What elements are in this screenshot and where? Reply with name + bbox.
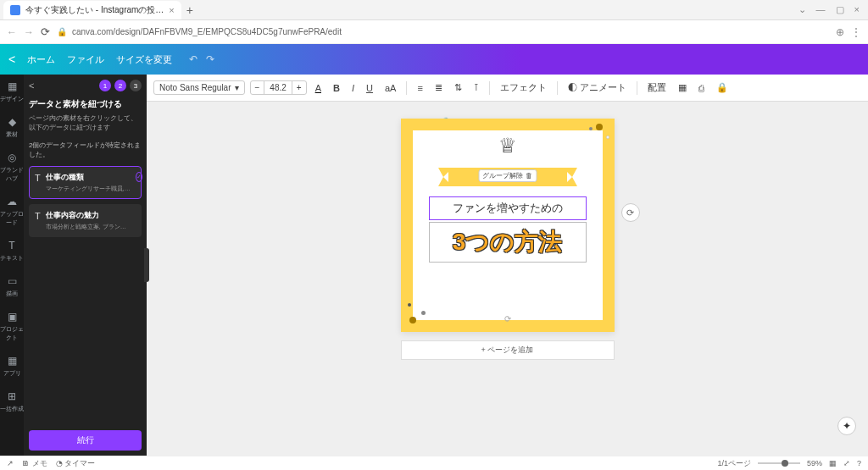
rail-draw[interactable]: ▭描画 <box>5 274 19 298</box>
close-icon[interactable]: × <box>169 5 174 15</box>
decor-dot <box>596 124 603 130</box>
italic-icon[interactable]: I <box>348 81 358 95</box>
rail-elements[interactable]: ◆素材 <box>5 115 19 139</box>
font-size-stepper[interactable]: − 48.2 + <box>250 80 307 95</box>
text-icon: T <box>35 173 41 183</box>
minimize-icon[interactable]: — <box>816 4 826 15</box>
zoom-value[interactable]: 59% <box>807 459 822 467</box>
rail-apps[interactable]: ▦アプリ <box>3 354 21 378</box>
size-plus[interactable]: + <box>292 81 306 94</box>
timer-button[interactable]: ◔ タイマー <box>56 458 96 469</box>
shapes-icon: ◆ <box>5 115 19 129</box>
lock-icon[interactable]: 🔒 <box>713 80 732 95</box>
search-icon[interactable]: ⊕ <box>836 26 844 38</box>
undo-icon[interactable]: ↶ <box>189 53 198 65</box>
rail-brand[interactable]: ◎ブランドハブ <box>0 151 24 183</box>
panel-desc: ページ内の素材を右クリックして、以下のデータに紐づけます <box>29 113 142 132</box>
bold-icon[interactable]: B <box>330 81 343 95</box>
redo-icon[interactable]: ↷ <box>206 53 214 65</box>
rail-design[interactable]: ▦デザイン <box>0 80 24 103</box>
forward-icon[interactable]: → <box>24 26 34 38</box>
left-rail: ▦デザイン ◆素材 ◎ブランドハブ ☁アップロード Tテキスト ▭描画 ▣プロジ… <box>0 75 24 456</box>
design-page[interactable]: ♕ {仕事の種類} グループ解除🗑 ファンを増やすための 3つの方法 ⟳ ⟳ <box>401 119 615 332</box>
crown-icon[interactable]: ♕ <box>498 134 517 158</box>
check-icon: ✓ <box>136 172 142 182</box>
text-color-icon[interactable]: A <box>312 81 325 95</box>
tab-title: 今すぐ実践したい - Instagramの投… <box>25 4 164 16</box>
step-2[interactable]: 2 <box>114 80 126 91</box>
close-window-icon[interactable]: × <box>854 4 860 15</box>
list-icon[interactable]: ≣ <box>431 80 446 95</box>
menu-icon[interactable]: ⋮ <box>851 26 861 38</box>
field-1-title: 仕事の種類 <box>46 172 131 183</box>
zoom-slider[interactable] <box>758 462 800 464</box>
font-size-value[interactable]: 48.2 <box>264 81 292 94</box>
trash-icon[interactable]: 🗑 <box>526 172 532 180</box>
notes-button[interactable]: 🗎 メモ <box>22 458 47 469</box>
size-minus[interactable]: − <box>251 81 264 94</box>
fullscreen-icon[interactable]: ⤢ <box>843 459 850 467</box>
field-2-title: 仕事内容の魅力 <box>46 210 131 221</box>
data-field-1[interactable]: T 仕事の種類 マーケティングリサーチ職員, ブランドマネージャー, デ… ✓ <box>29 166 142 199</box>
decor-dot <box>589 127 593 130</box>
rail-upload[interactable]: ☁アップロード <box>0 195 24 227</box>
transparency-icon[interactable]: ▦ <box>675 80 690 95</box>
add-page-button[interactable]: + ページを追加 <box>401 340 615 360</box>
decor-dot <box>421 311 426 315</box>
step-indicator: 1 2 3 <box>99 80 142 91</box>
status-bar: ↗ 🗎 メモ ◔ タイマー 1/1ページ 59% ▦ ⤢ ? <box>0 456 868 470</box>
upload-icon: ☁ <box>5 195 19 208</box>
page-counter[interactable]: 1/1ページ <box>717 458 751 469</box>
browser-titlebar: 今すぐ実践したい - Instagramの投… × + ⌄ — ▢ × <box>0 0 868 20</box>
effects-button[interactable]: エフェクト <box>497 80 550 96</box>
data-field-2[interactable]: T 仕事内容の魅力 市場分析と戦略立案, ブランド価値の向上, オンライン広… <box>29 204 142 237</box>
font-name: Noto Sans Regular <box>159 83 231 92</box>
animate-button[interactable]: ◐ アニメート <box>565 80 630 96</box>
bulk-icon: ⊞ <box>5 390 19 403</box>
browser-tab[interactable]: 今すぐ実践したい - Instagramの投… × <box>3 1 181 19</box>
selected-text-line1[interactable]: ファンを増やすための <box>429 196 587 220</box>
position-button[interactable]: 配置 <box>644 80 670 96</box>
url-field[interactable]: 🔒 canva.com/design/DAFnFBVM9_E/EMPQCS8u4… <box>57 27 829 36</box>
underline-icon[interactable]: U <box>363 81 376 95</box>
panel-toggle-icon[interactable]: ↗ <box>7 459 14 467</box>
link-data-icon[interactable]: ⎙ <box>695 81 708 95</box>
sidebar-panel: < 1 2 3 データと素材を紐づける ページ内の素材を右クリックして、以下のデ… <box>24 75 147 456</box>
window-dropdown-icon[interactable]: ⌄ <box>798 4 806 15</box>
case-icon[interactable]: aA <box>381 81 399 95</box>
panel-status: 2個のデータフィールドが特定されました。 <box>29 141 142 159</box>
step-3[interactable]: 3 <box>130 80 142 91</box>
continue-button[interactable]: 続行 <box>29 430 142 451</box>
align-icon[interactable]: ≡ <box>414 81 426 95</box>
panel-back-icon[interactable]: < <box>29 80 34 91</box>
canvas-viewport[interactable]: 🔒 ⎘ ⤢ ♕ {仕事の種類} グループ解除🗑 ファンを増やすための <box>147 102 868 456</box>
rail-projects[interactable]: ▣プロジェクト <box>0 310 24 342</box>
resize-menu[interactable]: サイズを変更 <box>116 53 172 66</box>
reload-icon[interactable]: ⟳ <box>41 25 50 38</box>
nav-back-icon[interactable]: < <box>8 53 15 66</box>
address-bar: ← → ⟳ 🔒 canva.com/design/DAFnFBVM9_E/EMP… <box>0 20 868 44</box>
rail-text[interactable]: Tテキスト <box>0 239 24 263</box>
home-link[interactable]: ホーム <box>27 53 55 66</box>
lock-icon: 🔒 <box>57 27 67 36</box>
rail-bulk[interactable]: ⊞一括作成 <box>0 390 24 413</box>
group-ungroup-label[interactable]: グループ解除🗑 <box>478 169 537 182</box>
canvas-area: Noto Sans Regular ▾ − 48.2 + A B I U aA … <box>147 75 868 456</box>
field-1-desc: マーケティングリサーチ職員, ブランドマネージャー, デ… <box>46 185 131 193</box>
help-icon[interactable]: ? <box>857 459 861 467</box>
file-menu[interactable]: ファイル <box>67 53 104 66</box>
vertical-text-icon[interactable]: ⊺ <box>470 80 482 95</box>
grid-view-icon[interactable]: ▦ <box>829 459 837 467</box>
help-button[interactable]: ✦ <box>837 417 856 435</box>
new-tab-button[interactable]: + <box>186 3 193 17</box>
zoom-thumb[interactable] <box>782 460 788 467</box>
spacing-icon[interactable]: ⇅ <box>451 80 465 95</box>
url-text: canva.com/design/DAFnFBVM9_E/EMPQCS8u4DC… <box>72 27 342 36</box>
headline-text[interactable]: 3つの方法 <box>429 222 587 263</box>
step-1[interactable]: 1 <box>99 80 111 91</box>
font-select[interactable]: Noto Sans Regular ▾ <box>153 80 245 95</box>
app-topbar: < ホーム ファイル サイズを変更 ↶ ↷ <box>0 44 868 75</box>
back-icon[interactable]: ← <box>7 26 17 38</box>
maximize-icon[interactable]: ▢ <box>836 4 844 15</box>
floating-action-button[interactable]: ⟳ <box>621 203 640 222</box>
